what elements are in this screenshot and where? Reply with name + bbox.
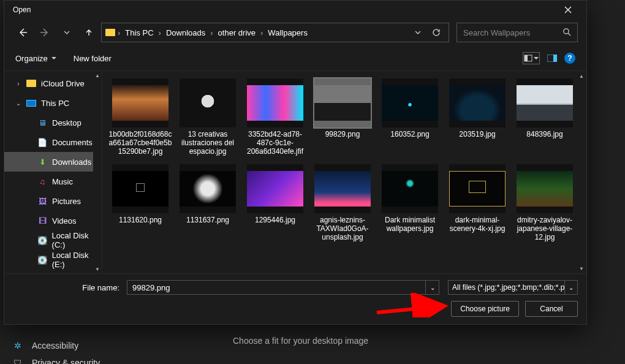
- shield-icon: 🛡: [12, 358, 23, 364]
- file-label: 99829.png: [325, 130, 360, 138]
- file-label: dark-minimal-scenery-4k-xj.jpg: [445, 216, 509, 233]
- help-button[interactable]: ?: [564, 53, 575, 64]
- breadcrumb-segment[interactable]: Wallpapers: [265, 27, 310, 39]
- folder-icon: [105, 29, 115, 36]
- breadcrumb-segment[interactable]: other drive: [216, 27, 258, 39]
- view-mode-button[interactable]: [523, 52, 540, 64]
- breadcrumb-segment[interactable]: This PC: [123, 27, 156, 39]
- thumbnail-image: [112, 164, 169, 213]
- chevron-right-icon: ›: [159, 28, 161, 37]
- search-placeholder: Search Wallpapers: [463, 28, 530, 37]
- file-thumbnail[interactable]: 160352.png: [377, 76, 443, 158]
- file-thumbnail[interactable]: 203519.jpg: [444, 76, 510, 158]
- tree-item-label: Documents: [52, 138, 93, 147]
- file-label: 1295446.jpg: [255, 216, 295, 224]
- chevron-down-icon: ⌄: [564, 281, 577, 294]
- file-thumbnail[interactable]: dmitry-zaviyalov-japanese-village-12.jpg: [512, 162, 578, 244]
- file-label: 1b00db2f0168d68ca661a67cbe4f0e5b15290be7…: [108, 130, 172, 156]
- close-button[interactable]: [556, 1, 580, 19]
- address-dropdown-button[interactable]: [409, 24, 426, 41]
- organize-menu[interactable]: Organize: [15, 54, 56, 63]
- settings-nav-accessibility[interactable]: ✲ Accessibility: [12, 341, 78, 351]
- scroll-up-icon[interactable]: ▲: [93, 71, 102, 80]
- svg-rect-2: [525, 55, 528, 61]
- file-label: 3352bd42-ad78-487c-9c1e-206a6d340efe.jfi…: [243, 130, 307, 156]
- thumbnail-image: [449, 164, 506, 213]
- thumbnail-image: [449, 78, 506, 127]
- tree-caret-icon: ›: [15, 80, 21, 87]
- forward-button[interactable]: [35, 24, 55, 41]
- file-label: 848396.jpg: [526, 130, 562, 138]
- fit-label: Choose a fit for your desktop image: [233, 336, 368, 346]
- file-thumbnail[interactable]: agnis-leznins-TAXWIad0GoA-unsplash.jpg: [309, 162, 376, 244]
- tree-item-label: This PC: [41, 99, 69, 108]
- tree-item-label: Pictures: [52, 197, 81, 206]
- choose-picture-button[interactable]: Choose picture: [451, 301, 519, 317]
- search-icon: [562, 28, 571, 38]
- tree-item-downloads[interactable]: ⬇Downloads: [4, 152, 102, 172]
- filename-input-wrapper: ⌄: [127, 280, 439, 295]
- tree-item-videos[interactable]: 🎞Videos: [4, 211, 102, 230]
- thumbnail-image: [247, 78, 303, 127]
- tree-item-pictures[interactable]: 🖼Pictures: [4, 191, 102, 211]
- scroll-down-icon[interactable]: ▼: [93, 265, 102, 273]
- filter-label: All files (*.jpg;*.jpeg;*.bmp;*.dib;*.pn…: [452, 283, 564, 292]
- tree-item-music[interactable]: ♫Music: [4, 172, 102, 191]
- back-button[interactable]: [13, 24, 32, 41]
- thumbnail-image: [517, 164, 573, 213]
- address-bar[interactable]: › This PC › Downloads › other drive › Wa…: [101, 23, 449, 42]
- file-label: 1131620.png: [119, 216, 162, 224]
- thumbnail-image: [180, 164, 236, 213]
- accessibility-icon: ✲: [12, 341, 23, 351]
- sidebar-scrollbar[interactable]: ▲ ▼: [93, 71, 102, 273]
- file-label: agnis-leznins-TAXWIad0GoA-unsplash.jpg: [311, 216, 374, 241]
- tree-item-documents[interactable]: 📄Documents: [4, 132, 102, 152]
- file-thumbnail[interactable]: 99829.png: [309, 76, 376, 158]
- file-thumbnail[interactable]: 1b00db2f0168d68ca661a67cbe4f0e5b15290be7…: [107, 76, 173, 158]
- filename-input[interactable]: [127, 283, 425, 292]
- tree-item-label: Desktop: [52, 118, 81, 127]
- file-list: 1b00db2f0168d68ca661a67cbe4f0e5b15290be7…: [102, 71, 586, 273]
- refresh-button[interactable]: [428, 24, 445, 41]
- thumbnail-image: [247, 164, 303, 213]
- thumbnail-image: [180, 78, 236, 127]
- scroll-up-icon[interactable]: ▲: [577, 71, 586, 81]
- file-thumbnail[interactable]: Dark minimalist wallpapers.jpg: [377, 162, 443, 244]
- filename-label: File name:: [13, 283, 123, 292]
- new-folder-button[interactable]: New folder: [74, 54, 112, 63]
- cancel-button[interactable]: Cancel: [525, 301, 578, 317]
- file-label: 1131637.png: [186, 216, 229, 224]
- filename-history-dropdown[interactable]: ⌄: [425, 281, 439, 294]
- file-type-filter[interactable]: All files (*.jpg;*.jpeg;*.bmp;*.dib;*.pn…: [448, 280, 578, 295]
- tree-item-folder[interactable]: ›iCloud Drive: [4, 74, 102, 93]
- breadcrumb-segment[interactable]: Downloads: [164, 27, 208, 39]
- file-label: 160352.png: [390, 130, 429, 138]
- preview-pane-button[interactable]: [546, 52, 558, 64]
- thumbnail-image: [112, 78, 169, 127]
- tree-item-desktop[interactable]: 🖥Desktop: [4, 113, 102, 132]
- file-open-dialog: Open › This PC › Downloads › other drive…: [4, 0, 587, 325]
- tree-item-pc[interactable]: ⌄This PC: [4, 93, 102, 113]
- svg-point-0: [564, 28, 569, 33]
- settings-nav-privacy[interactable]: 🛡 Privacy & security: [12, 358, 100, 364]
- up-button[interactable]: [79, 24, 99, 41]
- thumbnail-image: [517, 78, 573, 127]
- dialog-footer: File name: ⌄ All files (*.jpg;*.jpeg;*.b…: [4, 273, 586, 324]
- tree-item-label: Music: [52, 177, 73, 186]
- file-thumbnail[interactable]: 13 creativas ilustraciones del espacio.j…: [175, 76, 241, 158]
- file-thumbnail[interactable]: dark-minimal-scenery-4k-xj.jpg: [444, 162, 510, 244]
- content-scrollbar[interactable]: ▲ ▼: [577, 71, 586, 273]
- file-label: Dark minimalist wallpapers.jpg: [378, 216, 442, 233]
- navigation-tree: ›iCloud Drive⌄This PC🖥Desktop📄Documents⬇…: [4, 71, 102, 273]
- file-thumbnail[interactable]: 3352bd42-ad78-487c-9c1e-206a6d340efe.jfi…: [242, 76, 308, 158]
- scroll-down-icon[interactable]: ▼: [577, 264, 586, 273]
- file-thumbnail[interactable]: 1131620.png: [107, 162, 173, 244]
- file-thumbnail[interactable]: 1295446.jpg: [242, 162, 308, 244]
- recent-locations-button[interactable]: [57, 24, 77, 41]
- tree-item-disk[interactable]: 💽Local Disk (C:): [4, 230, 102, 250]
- file-label: dmitry-zaviyalov-japanese-village-12.jpg: [513, 216, 577, 241]
- tree-item-disk[interactable]: 💽Local Disk (E:): [4, 250, 102, 270]
- search-input[interactable]: Search Wallpapers: [456, 23, 578, 42]
- file-thumbnail[interactable]: 1131637.png: [175, 162, 241, 244]
- file-thumbnail[interactable]: 848396.jpg: [512, 76, 578, 158]
